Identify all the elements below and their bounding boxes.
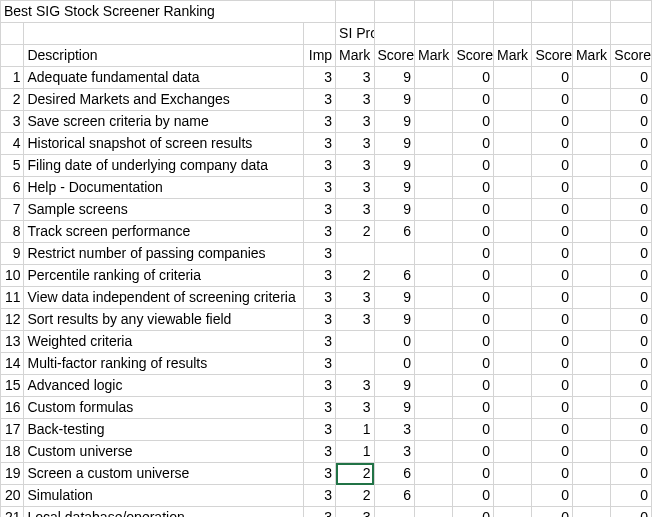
row-imp[interactable]: 3 [304,177,336,199]
row-imp[interactable]: 3 [304,67,336,89]
row-score-zero[interactable]: 0 [453,265,494,287]
row-mark-empty[interactable] [415,265,453,287]
row-score-zero[interactable]: 0 [532,177,573,199]
row-mark-empty[interactable] [494,199,532,221]
row-score-zero[interactable]: 0 [453,221,494,243]
row-mark-empty[interactable] [494,243,532,265]
row-score-zero[interactable]: 0 [611,155,652,177]
row-score-zero[interactable]: 0 [532,507,573,518]
row-mark[interactable]: 3 [336,287,374,309]
row-score-zero[interactable]: 0 [453,485,494,507]
row-mark[interactable] [336,243,374,265]
row-mark-empty[interactable] [494,419,532,441]
row-score[interactable]: 9 [374,89,415,111]
row-score[interactable]: 9 [374,287,415,309]
row-mark-empty[interactable] [415,111,453,133]
row-mark-empty[interactable] [572,177,610,199]
row-score[interactable]: 6 [374,221,415,243]
row-imp[interactable]: 3 [304,111,336,133]
row-score[interactable]: 0 [374,331,415,353]
row-mark[interactable]: 2 [336,463,374,485]
row-score-zero[interactable]: 0 [453,89,494,111]
row-mark-empty[interactable] [572,133,610,155]
row-mark-empty[interactable] [494,441,532,463]
row-score-zero[interactable]: 0 [611,67,652,89]
row-score-zero[interactable]: 0 [532,265,573,287]
row-score-zero[interactable]: 0 [453,463,494,485]
row-score-zero[interactable]: 0 [611,507,652,518]
row-imp[interactable]: 3 [304,309,336,331]
row-mark-empty[interactable] [415,309,453,331]
row-mark[interactable]: 3 [336,397,374,419]
row-score-zero[interactable]: 0 [611,243,652,265]
row-score-zero[interactable]: 0 [453,133,494,155]
row-mark-empty[interactable] [572,353,610,375]
row-mark-empty[interactable] [572,155,610,177]
row-mark-empty[interactable] [572,419,610,441]
row-mark[interactable]: 3 [336,133,374,155]
row-mark[interactable]: 3 [336,111,374,133]
row-imp[interactable]: 3 [304,375,336,397]
row-score-zero[interactable]: 0 [611,441,652,463]
row-score[interactable]: 0 [374,353,415,375]
row-score-zero[interactable]: 0 [611,309,652,331]
row-imp[interactable]: 3 [304,265,336,287]
row-mark-empty[interactable] [494,133,532,155]
row-score[interactable] [374,507,415,518]
row-imp[interactable]: 3 [304,353,336,375]
row-mark-empty[interactable] [494,507,532,518]
row-score-zero[interactable]: 0 [532,287,573,309]
row-score-zero[interactable]: 0 [453,331,494,353]
row-score-zero[interactable]: 0 [611,397,652,419]
row-score-zero[interactable]: 0 [611,177,652,199]
row-score[interactable]: 9 [374,177,415,199]
row-mark[interactable] [336,331,374,353]
row-score-zero[interactable]: 0 [532,485,573,507]
row-mark-empty[interactable] [415,441,453,463]
row-mark-empty[interactable] [572,507,610,518]
row-score-zero[interactable]: 0 [611,221,652,243]
row-mark-empty[interactable] [494,309,532,331]
row-imp[interactable]: 3 [304,331,336,353]
row-mark[interactable]: 2 [336,485,374,507]
row-score-zero[interactable]: 0 [532,133,573,155]
row-mark-empty[interactable] [415,243,453,265]
row-imp[interactable]: 3 [304,419,336,441]
row-score-zero[interactable]: 0 [532,199,573,221]
row-mark-empty[interactable] [572,89,610,111]
row-imp[interactable]: 3 [304,441,336,463]
row-score-zero[interactable]: 0 [453,441,494,463]
row-mark-empty[interactable] [415,89,453,111]
row-imp[interactable]: 3 [304,199,336,221]
row-mark[interactable]: 1 [336,419,374,441]
row-score[interactable]: 6 [374,463,415,485]
row-mark[interactable]: 3 [336,199,374,221]
row-score-zero[interactable]: 0 [453,507,494,518]
row-score-zero[interactable]: 0 [611,375,652,397]
row-score-zero[interactable]: 0 [453,199,494,221]
row-score-zero[interactable]: 0 [453,177,494,199]
row-mark-empty[interactable] [572,463,610,485]
row-score-zero[interactable]: 0 [611,199,652,221]
row-score-zero[interactable]: 0 [532,331,573,353]
row-score-zero[interactable]: 0 [532,67,573,89]
row-imp[interactable]: 3 [304,155,336,177]
row-mark-empty[interactable] [494,221,532,243]
row-mark[interactable]: 3 [336,507,374,518]
row-mark-empty[interactable] [494,463,532,485]
row-mark-empty[interactable] [494,375,532,397]
row-mark-empty[interactable] [572,111,610,133]
row-mark-empty[interactable] [572,485,610,507]
row-score-zero[interactable]: 0 [532,155,573,177]
row-mark[interactable]: 3 [336,309,374,331]
row-score-zero[interactable]: 0 [532,89,573,111]
row-mark-empty[interactable] [415,375,453,397]
row-score-zero[interactable]: 0 [532,221,573,243]
row-score-zero[interactable]: 0 [611,287,652,309]
row-mark-empty[interactable] [494,287,532,309]
row-imp[interactable]: 3 [304,463,336,485]
row-mark-empty[interactable] [494,353,532,375]
row-mark-empty[interactable] [415,155,453,177]
row-score[interactable]: 9 [374,375,415,397]
row-mark-empty[interactable] [415,199,453,221]
